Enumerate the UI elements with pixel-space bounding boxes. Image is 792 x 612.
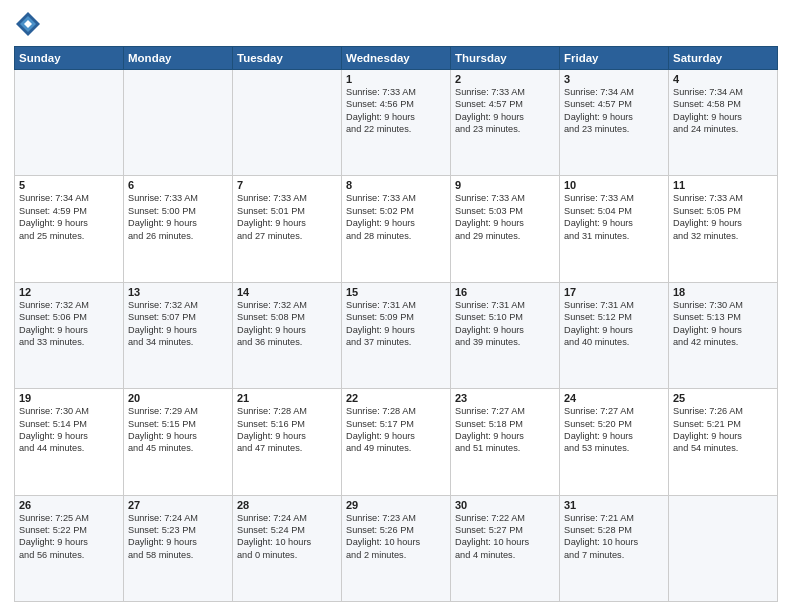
day-number: 30: [455, 499, 555, 511]
day-number: 12: [19, 286, 119, 298]
day-number: 2: [455, 73, 555, 85]
day-number: 10: [564, 179, 664, 191]
weekday-monday: Monday: [124, 47, 233, 70]
day-cell-15: 15Sunrise: 7:31 AM Sunset: 5:09 PM Dayli…: [342, 282, 451, 388]
day-number: 8: [346, 179, 446, 191]
day-info: Sunrise: 7:34 AM Sunset: 4:59 PM Dayligh…: [19, 192, 119, 242]
day-cell-24: 24Sunrise: 7:27 AM Sunset: 5:20 PM Dayli…: [560, 389, 669, 495]
day-cell-27: 27Sunrise: 7:24 AM Sunset: 5:23 PM Dayli…: [124, 495, 233, 601]
day-number: 17: [564, 286, 664, 298]
day-info: Sunrise: 7:31 AM Sunset: 5:12 PM Dayligh…: [564, 299, 664, 349]
day-number: 4: [673, 73, 773, 85]
calendar-table: SundayMondayTuesdayWednesdayThursdayFrid…: [14, 46, 778, 602]
day-cell-11: 11Sunrise: 7:33 AM Sunset: 5:05 PM Dayli…: [669, 176, 778, 282]
day-number: 24: [564, 392, 664, 404]
day-cell-3: 3Sunrise: 7:34 AM Sunset: 4:57 PM Daylig…: [560, 70, 669, 176]
day-number: 29: [346, 499, 446, 511]
empty-cell: [669, 495, 778, 601]
day-number: 22: [346, 392, 446, 404]
day-cell-22: 22Sunrise: 7:28 AM Sunset: 5:17 PM Dayli…: [342, 389, 451, 495]
day-number: 15: [346, 286, 446, 298]
day-number: 3: [564, 73, 664, 85]
day-info: Sunrise: 7:30 AM Sunset: 5:14 PM Dayligh…: [19, 405, 119, 455]
day-cell-19: 19Sunrise: 7:30 AM Sunset: 5:14 PM Dayli…: [15, 389, 124, 495]
day-number: 20: [128, 392, 228, 404]
day-info: Sunrise: 7:33 AM Sunset: 5:00 PM Dayligh…: [128, 192, 228, 242]
day-number: 11: [673, 179, 773, 191]
day-cell-5: 5Sunrise: 7:34 AM Sunset: 4:59 PM Daylig…: [15, 176, 124, 282]
day-info: Sunrise: 7:34 AM Sunset: 4:57 PM Dayligh…: [564, 86, 664, 136]
day-number: 18: [673, 286, 773, 298]
day-info: Sunrise: 7:29 AM Sunset: 5:15 PM Dayligh…: [128, 405, 228, 455]
day-info: Sunrise: 7:30 AM Sunset: 5:13 PM Dayligh…: [673, 299, 773, 349]
day-info: Sunrise: 7:22 AM Sunset: 5:27 PM Dayligh…: [455, 512, 555, 562]
day-info: Sunrise: 7:31 AM Sunset: 5:09 PM Dayligh…: [346, 299, 446, 349]
day-cell-29: 29Sunrise: 7:23 AM Sunset: 5:26 PM Dayli…: [342, 495, 451, 601]
day-number: 14: [237, 286, 337, 298]
day-info: Sunrise: 7:32 AM Sunset: 5:08 PM Dayligh…: [237, 299, 337, 349]
week-row-2: 5Sunrise: 7:34 AM Sunset: 4:59 PM Daylig…: [15, 176, 778, 282]
day-cell-1: 1Sunrise: 7:33 AM Sunset: 4:56 PM Daylig…: [342, 70, 451, 176]
day-cell-18: 18Sunrise: 7:30 AM Sunset: 5:13 PM Dayli…: [669, 282, 778, 388]
day-number: 13: [128, 286, 228, 298]
day-cell-28: 28Sunrise: 7:24 AM Sunset: 5:24 PM Dayli…: [233, 495, 342, 601]
day-cell-17: 17Sunrise: 7:31 AM Sunset: 5:12 PM Dayli…: [560, 282, 669, 388]
day-info: Sunrise: 7:27 AM Sunset: 5:18 PM Dayligh…: [455, 405, 555, 455]
day-number: 28: [237, 499, 337, 511]
day-info: Sunrise: 7:23 AM Sunset: 5:26 PM Dayligh…: [346, 512, 446, 562]
weekday-header-row: SundayMondayTuesdayWednesdayThursdayFrid…: [15, 47, 778, 70]
day-number: 23: [455, 392, 555, 404]
day-number: 7: [237, 179, 337, 191]
day-cell-26: 26Sunrise: 7:25 AM Sunset: 5:22 PM Dayli…: [15, 495, 124, 601]
day-info: Sunrise: 7:24 AM Sunset: 5:23 PM Dayligh…: [128, 512, 228, 562]
day-info: Sunrise: 7:31 AM Sunset: 5:10 PM Dayligh…: [455, 299, 555, 349]
day-number: 6: [128, 179, 228, 191]
weekday-thursday: Thursday: [451, 47, 560, 70]
day-info: Sunrise: 7:33 AM Sunset: 5:04 PM Dayligh…: [564, 192, 664, 242]
day-cell-14: 14Sunrise: 7:32 AM Sunset: 5:08 PM Dayli…: [233, 282, 342, 388]
day-info: Sunrise: 7:34 AM Sunset: 4:58 PM Dayligh…: [673, 86, 773, 136]
day-cell-13: 13Sunrise: 7:32 AM Sunset: 5:07 PM Dayli…: [124, 282, 233, 388]
day-cell-20: 20Sunrise: 7:29 AM Sunset: 5:15 PM Dayli…: [124, 389, 233, 495]
day-info: Sunrise: 7:24 AM Sunset: 5:24 PM Dayligh…: [237, 512, 337, 562]
day-cell-21: 21Sunrise: 7:28 AM Sunset: 5:16 PM Dayli…: [233, 389, 342, 495]
day-number: 25: [673, 392, 773, 404]
day-number: 19: [19, 392, 119, 404]
day-info: Sunrise: 7:32 AM Sunset: 5:07 PM Dayligh…: [128, 299, 228, 349]
day-info: Sunrise: 7:28 AM Sunset: 5:17 PM Dayligh…: [346, 405, 446, 455]
day-info: Sunrise: 7:33 AM Sunset: 5:05 PM Dayligh…: [673, 192, 773, 242]
day-number: 9: [455, 179, 555, 191]
header: [14, 10, 778, 38]
day-cell-30: 30Sunrise: 7:22 AM Sunset: 5:27 PM Dayli…: [451, 495, 560, 601]
day-number: 26: [19, 499, 119, 511]
day-cell-12: 12Sunrise: 7:32 AM Sunset: 5:06 PM Dayli…: [15, 282, 124, 388]
empty-cell: [233, 70, 342, 176]
day-info: Sunrise: 7:33 AM Sunset: 5:01 PM Dayligh…: [237, 192, 337, 242]
empty-cell: [15, 70, 124, 176]
day-info: Sunrise: 7:32 AM Sunset: 5:06 PM Dayligh…: [19, 299, 119, 349]
day-cell-25: 25Sunrise: 7:26 AM Sunset: 5:21 PM Dayli…: [669, 389, 778, 495]
weekday-saturday: Saturday: [669, 47, 778, 70]
week-row-5: 26Sunrise: 7:25 AM Sunset: 5:22 PM Dayli…: [15, 495, 778, 601]
day-cell-4: 4Sunrise: 7:34 AM Sunset: 4:58 PM Daylig…: [669, 70, 778, 176]
week-row-1: 1Sunrise: 7:33 AM Sunset: 4:56 PM Daylig…: [15, 70, 778, 176]
day-cell-10: 10Sunrise: 7:33 AM Sunset: 5:04 PM Dayli…: [560, 176, 669, 282]
day-cell-2: 2Sunrise: 7:33 AM Sunset: 4:57 PM Daylig…: [451, 70, 560, 176]
day-number: 21: [237, 392, 337, 404]
weekday-wednesday: Wednesday: [342, 47, 451, 70]
day-cell-23: 23Sunrise: 7:27 AM Sunset: 5:18 PM Dayli…: [451, 389, 560, 495]
weekday-tuesday: Tuesday: [233, 47, 342, 70]
day-info: Sunrise: 7:28 AM Sunset: 5:16 PM Dayligh…: [237, 405, 337, 455]
empty-cell: [124, 70, 233, 176]
day-info: Sunrise: 7:27 AM Sunset: 5:20 PM Dayligh…: [564, 405, 664, 455]
day-number: 1: [346, 73, 446, 85]
day-number: 5: [19, 179, 119, 191]
day-info: Sunrise: 7:33 AM Sunset: 5:02 PM Dayligh…: [346, 192, 446, 242]
weekday-sunday: Sunday: [15, 47, 124, 70]
page: SundayMondayTuesdayWednesdayThursdayFrid…: [0, 0, 792, 612]
day-info: Sunrise: 7:25 AM Sunset: 5:22 PM Dayligh…: [19, 512, 119, 562]
day-cell-7: 7Sunrise: 7:33 AM Sunset: 5:01 PM Daylig…: [233, 176, 342, 282]
day-number: 31: [564, 499, 664, 511]
day-info: Sunrise: 7:33 AM Sunset: 4:57 PM Dayligh…: [455, 86, 555, 136]
week-row-4: 19Sunrise: 7:30 AM Sunset: 5:14 PM Dayli…: [15, 389, 778, 495]
